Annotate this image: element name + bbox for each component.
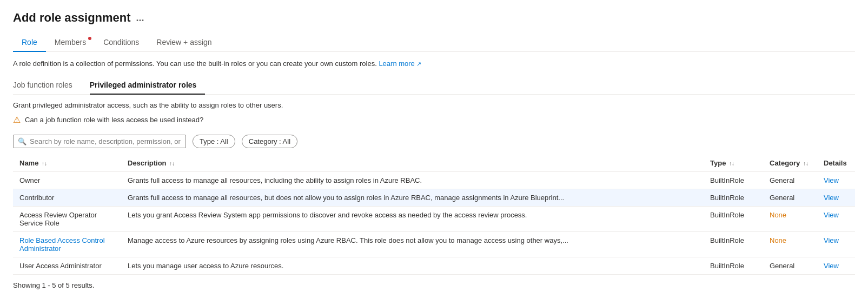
tab-review-assign[interactable]: Review + assign [148,34,220,52]
role-name-link[interactable]: Role Based Access Control Administrator [19,236,105,253]
table-row[interactable]: Role Based Access Control AdministratorM… [13,232,855,257]
table-header: Name ↑↓ Description ↑↓ Type ↑↓ Category … [13,155,855,172]
sort-cat-icon[interactable]: ↑↓ [803,161,809,167]
view-link[interactable]: View [824,262,839,270]
type-filter-button[interactable]: Type : All [193,135,235,148]
cell-type: BuiltInRole [704,189,763,207]
tab-role[interactable]: Role [13,34,46,52]
cell-name: Role Based Access Control Administrator [13,232,121,257]
main-tabs: Role Members Conditions Review + assign [13,34,855,52]
warning-box: ⚠ Can a job function role with less acce… [13,115,855,125]
cell-description: Grants full access to manage all resourc… [121,189,704,207]
cell-type: BuiltInRole [704,232,763,257]
sub-tab-job-function[interactable]: Job function roles [13,76,81,95]
search-icon: 🔍 [18,137,26,145]
cell-details: View [817,232,855,257]
cell-description: Grants full access to manage all resourc… [121,172,704,189]
cell-details: View [817,207,855,232]
cell-type: BuiltInRole [704,172,763,189]
search-container: 🔍 [13,135,186,148]
tab-members[interactable]: Members [46,34,95,52]
tab-conditions[interactable]: Conditions [95,34,148,52]
sort-desc-icon[interactable]: ↑↓ [169,161,175,167]
col-header-name: Name ↑↓ [13,155,121,172]
filters-row: 🔍 Type : All Category : All [13,135,855,148]
cell-type: BuiltInRole [704,257,763,275]
members-dot [88,37,91,40]
cell-name: Contributor [13,189,121,207]
cell-category: None [763,207,817,232]
table-row[interactable]: User Access AdministratorLets you manage… [13,257,855,275]
cell-name: Owner [13,172,121,189]
table-row[interactable]: OwnerGrants full access to manage all re… [13,172,855,189]
category-filter-button[interactable]: Category : All [242,135,297,148]
grant-description: Grant privileged administrator access, s… [13,101,855,109]
cell-name: Access Review Operator Service Role [13,207,121,232]
warning-icon: ⚠ [13,115,21,125]
sub-tab-privileged-admin[interactable]: Privileged administrator roles [90,76,206,95]
table-row[interactable]: ContributorGrants full access to manage … [13,189,855,207]
sort-type-icon[interactable]: ↑↓ [729,161,734,167]
col-header-description: Description ↑↓ [121,155,704,172]
roles-table: Name ↑↓ Description ↑↓ Type ↑↓ Category … [13,155,855,275]
cell-category: General [763,189,817,207]
col-header-type: Type ↑↓ [704,155,763,172]
cell-category: None [763,232,817,257]
warning-text: Can a job function role with less access… [25,116,203,124]
cell-description: Manage access to Azure resources by assi… [121,232,704,257]
page-title: Add role assignment ... [13,11,855,25]
title-text: Add role assignment [13,11,131,25]
sub-tabs: Job function roles Privileged administra… [13,76,855,95]
cell-category: General [763,172,817,189]
view-link[interactable]: View [824,211,839,219]
cell-description: Lets you grant Access Review System app … [121,207,704,232]
cell-description: Lets you manage user access to Azure res… [121,257,704,275]
col-header-details: Details [817,155,855,172]
view-link[interactable]: View [824,194,839,202]
cell-category: General [763,257,817,275]
learn-more-link[interactable]: Learn more ↗ [379,59,421,68]
cell-details: View [817,189,855,207]
sort-name-icon[interactable]: ↑↓ [42,161,47,167]
table-row[interactable]: Access Review Operator Service RoleLets … [13,207,855,232]
view-link[interactable]: View [824,176,839,184]
title-dots: ... [136,12,144,24]
description-text: A role definition is a collection of per… [13,59,855,68]
search-input[interactable] [30,137,181,145]
cell-type: BuiltInRole [704,207,763,232]
table-body: OwnerGrants full access to manage all re… [13,172,855,275]
col-header-category: Category ↑↓ [763,155,817,172]
external-link-icon: ↗ [416,61,421,67]
cell-details: View [817,172,855,189]
view-link[interactable]: View [824,236,839,244]
footer-results: Showing 1 - 5 of 5 results. [13,281,855,289]
cell-details: View [817,257,855,275]
cell-name: User Access Administrator [13,257,121,275]
